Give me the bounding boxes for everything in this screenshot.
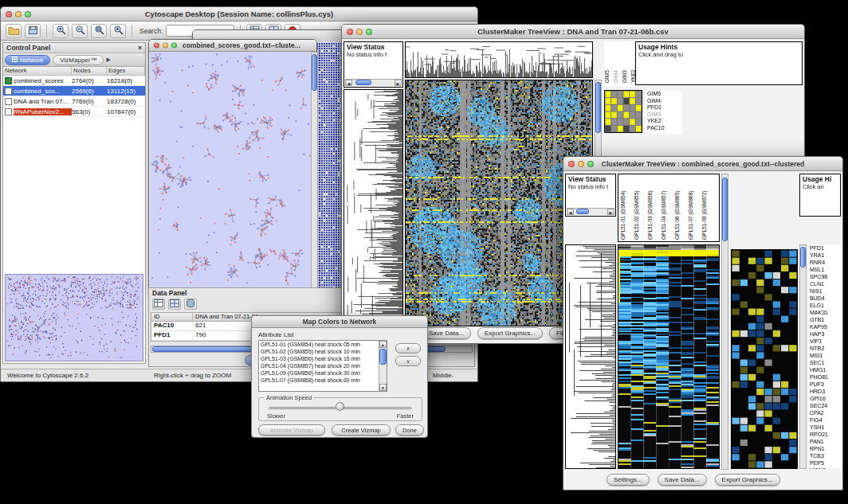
treeview-action-button[interactable]: Export Graphics...: [477, 327, 543, 339]
zoom-window-icon[interactable]: [366, 29, 372, 35]
dialog-title-bar[interactable]: Map Colors to Network: [252, 316, 427, 328]
close-icon[interactable]: [154, 43, 159, 49]
tab-overflow-icon[interactable]: ▶: [106, 57, 110, 63]
gene-label[interactable]: HRD3: [808, 388, 842, 395]
gene-label[interactable]: SPC98: [808, 273, 842, 280]
row-dendrogram-canvas[interactable]: [344, 90, 402, 326]
zoom-out-button[interactable]: [72, 24, 88, 38]
column-label[interactable]: GPL51-03 (GSM856): [647, 176, 661, 240]
gene-label[interactable]: FIG4: [808, 416, 842, 424]
treeview2-title-bar[interactable]: ClusterMaker TreeView : combined_scores_…: [563, 157, 842, 171]
attribute-list-item[interactable]: GPL51-02 (GSM855) heat shock 10 min: [259, 348, 387, 355]
scrollbar-thumb[interactable]: [722, 178, 728, 241]
gene-label[interactable]: YRA1: [808, 252, 842, 259]
gene-label[interactable]: SEC24: [808, 402, 842, 409]
network-list-row[interactable]: RNAPuberNov2... 563(0) 107847(0): [3, 107, 145, 117]
main-vertical-scrollbar[interactable]: [721, 174, 728, 470]
close-icon[interactable]: [347, 29, 353, 35]
gene-label[interactable]: RNR4: [808, 259, 842, 266]
gene-label[interactable]: PAN1: [808, 438, 842, 445]
attribute-list-item[interactable]: GPL51-03 (GSM856) heat shock 15 min: [259, 355, 387, 362]
scroll-right-icon[interactable]: ▶: [607, 209, 614, 215]
gene-label[interactable]: RPO21: [808, 431, 842, 438]
gene-label[interactable]: MSL1: [808, 266, 842, 273]
gene-label[interactable]: GIM5: [646, 91, 682, 98]
zoom-window-icon[interactable]: [171, 43, 177, 49]
zoom-matrix-canvas[interactable]: [605, 91, 642, 132]
column-edges[interactable]: Edges: [107, 67, 145, 75]
done-button[interactable]: Done: [395, 424, 424, 436]
zoom-window-icon[interactable]: [587, 161, 594, 167]
zoom-vertical-scrollbar[interactable]: [799, 244, 807, 469]
zoom-in-button[interactable]: [53, 24, 69, 38]
network-canvas[interactable]: [150, 52, 311, 291]
column-label[interactable]: GPL51-02 (GSM855): [634, 176, 647, 240]
scrollbar-thumb[interactable]: [312, 54, 317, 91]
status-scrollbar[interactable]: ◀ ▶: [567, 208, 614, 215]
move-up-button[interactable]: ∧: [395, 343, 421, 354]
zoom-window-icon[interactable]: [25, 11, 31, 18]
list-vertical-scrollbar[interactable]: ▲ ▼: [379, 341, 387, 391]
column-label[interactable]: GIM4: [613, 41, 622, 83]
column-dendrogram-pane[interactable]: [405, 41, 593, 78]
scroll-up-icon[interactable]: ▲: [379, 341, 387, 348]
scrollbar-thumb[interactable]: [800, 247, 806, 268]
zoom-selected-button[interactable]: [110, 24, 126, 38]
gene-label[interactable]: NTR2: [808, 345, 842, 352]
zoom-heatmap-pane[interactable]: [731, 249, 798, 469]
network-overview-canvas[interactable]: [6, 275, 143, 361]
treeview-action-button[interactable]: Save Data...: [422, 327, 471, 339]
gene-label[interactable]: GTB1: [808, 316, 842, 323]
scrollbar-thumb[interactable]: [379, 349, 387, 365]
column-label[interactable]: GIM5: [604, 41, 613, 83]
network-vertical-scrollbar[interactable]: [311, 52, 318, 291]
tab-vizmapper[interactable]: VizMapper™: [53, 55, 104, 65]
gene-label[interactable]: VIP1: [808, 338, 842, 345]
gene-label[interactable]: BUD4: [808, 295, 842, 302]
column-label[interactable]: GPL51-07 (GSM868): [688, 176, 701, 240]
minimize-icon[interactable]: [163, 43, 168, 49]
scrollbar-thumb[interactable]: [595, 82, 601, 133]
gene-label[interactable]: MSI1: [808, 352, 842, 359]
create-vizmap-button[interactable]: Create Vizmap: [332, 424, 391, 436]
zoom-heatmap-canvas[interactable]: [732, 250, 797, 468]
gene-label[interactable]: PEP5: [808, 459, 842, 467]
scroll-left-icon[interactable]: ◀: [345, 80, 352, 86]
gene-label[interactable]: CPA2: [808, 409, 842, 416]
column-label[interactable]: GIM3: [622, 41, 630, 83]
gene-label[interactable]: MON2: [808, 467, 842, 469]
network-window-title-bar[interactable]: combined_scores_good.txt--cluste...: [149, 40, 316, 52]
row-dendrogram-pane[interactable]: [565, 244, 616, 469]
gene-label[interactable]: PFD1: [808, 244, 842, 252]
column-network[interactable]: Network: [3, 67, 72, 75]
treeview-action-button[interactable]: Settings...: [607, 474, 650, 486]
scroll-down-icon[interactable]: ▼: [379, 384, 387, 391]
attribute-store-button[interactable]: [184, 299, 197, 310]
gene-label[interactable]: CLN1: [808, 280, 842, 287]
minimize-icon[interactable]: [578, 161, 584, 167]
row-dendrogram-canvas[interactable]: [566, 245, 615, 468]
network-list-row[interactable]: combined_scores 2764(0) 16218(0): [3, 76, 145, 86]
gene-label[interactable]: PAC10: [646, 125, 682, 132]
row-dendrogram-pane[interactable]: [344, 89, 403, 326]
treeview1-title-bar[interactable]: ClusterMaker TreeView : DNA and Tran 07-…: [342, 25, 804, 39]
heatmap-pane[interactable]: [618, 244, 720, 469]
attribute-list[interactable]: GPL51-01 (GSM854) heat shock 05 minGPL51…: [258, 340, 387, 392]
open-session-button[interactable]: [6, 24, 22, 38]
gene-label[interactable]: NIS1: [808, 287, 842, 295]
scroll-right-icon[interactable]: ▶: [395, 80, 402, 86]
gene-label[interactable]: HMG1: [808, 366, 842, 373]
gene-label[interactable]: KAP95: [808, 323, 842, 330]
speed-slider-thumb[interactable]: [336, 402, 344, 411]
gene-label[interactable]: GPI16: [808, 395, 842, 402]
scrollbar-thumb[interactable]: [355, 80, 371, 85]
network-list-row[interactable]: combined_sco... 2569(6) 13112(15): [3, 86, 145, 96]
main-title-bar[interactable]: Cytoscape Desktop (Session Name: collins…: [1, 7, 477, 21]
attribute-list-item[interactable]: GPL51-05 (GSM858) heat shock 30 min: [259, 369, 387, 377]
status-scrollbar[interactable]: ◀ ▶: [345, 79, 402, 86]
zoom-matrix-pane[interactable]: [604, 90, 642, 133]
gene-label[interactable]: TCB3: [808, 452, 842, 459]
treeview-action-button[interactable]: Export Graphics...: [715, 474, 780, 486]
scroll-left-icon[interactable]: ◀: [567, 209, 574, 215]
create-attribute-button[interactable]: [168, 299, 181, 310]
